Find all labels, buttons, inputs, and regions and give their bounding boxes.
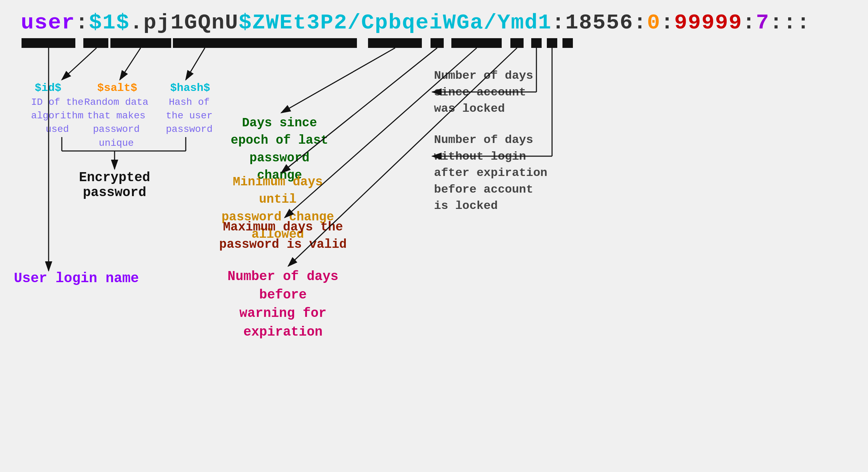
- svg-rect-8: [451, 38, 502, 48]
- encrypted-password-label: Encryptedpassword: [69, 170, 160, 200]
- ps-colon-2: :: [552, 10, 565, 35]
- salt-desc-label: Random datathat makespasswordunique: [80, 95, 153, 150]
- ps-colon-4: :: [661, 10, 674, 35]
- ps-colon-1: :: [75, 10, 89, 35]
- svg-rect-10: [531, 38, 542, 48]
- svg-line-16: [186, 48, 205, 80]
- ps-pj1gqnu: .pj1GQnU: [130, 10, 239, 35]
- ps-99999: 99999: [674, 10, 742, 35]
- ps-user: user: [21, 10, 75, 35]
- ps-hash-val: $ZWEt3P2/CpbqeiWGa/Ymd1: [239, 10, 552, 35]
- max-days-label: Maximum days thepassword is valid: [219, 219, 347, 254]
- ps-0: 0: [647, 10, 661, 35]
- svg-rect-3: [83, 38, 108, 48]
- svg-rect-4: [110, 38, 171, 48]
- hash-title-label: $hash$: [170, 82, 210, 94]
- ps-18556: 18556: [565, 10, 633, 35]
- svg-rect-5: [173, 38, 357, 48]
- svg-rect-2: [22, 38, 75, 48]
- svg-line-15: [120, 48, 141, 80]
- user-login-label: User login name: [14, 271, 139, 286]
- salt-title-label: $salt$: [97, 82, 137, 94]
- ps-dollar1: $1$: [89, 10, 130, 35]
- ps-colon-5: :: [742, 10, 756, 35]
- no-login-days-label: Number of dayswithout loginafter expirat…: [434, 132, 566, 214]
- svg-rect-12: [562, 38, 573, 48]
- hash-desc-label: Hash ofthe userpassword: [156, 95, 222, 136]
- warning-days-label: Number of days beforewarning for expirat…: [208, 267, 358, 341]
- locked-days-label: Number of dayssince accountwas locked: [434, 68, 566, 117]
- svg-rect-9: [510, 38, 524, 48]
- svg-rect-11: [547, 38, 557, 48]
- ps-colon-3: :: [633, 10, 647, 35]
- password-string: user:$1$.pj1GQnU$ZWEt3P2/CpbqeiWGa/Ymd1:…: [21, 10, 810, 35]
- ps-colon-6: :::: [769, 10, 810, 35]
- svg-line-14: [62, 48, 97, 80]
- svg-rect-7: [431, 38, 444, 48]
- id-title-label: $id$: [35, 82, 61, 94]
- main-container: user:$1$.pj1GQnU$ZWEt3P2/CpbqeiWGa/Ymd1:…: [0, 0, 868, 472]
- ps-7: 7: [756, 10, 769, 35]
- svg-rect-6: [368, 38, 422, 48]
- svg-line-22: [281, 48, 395, 113]
